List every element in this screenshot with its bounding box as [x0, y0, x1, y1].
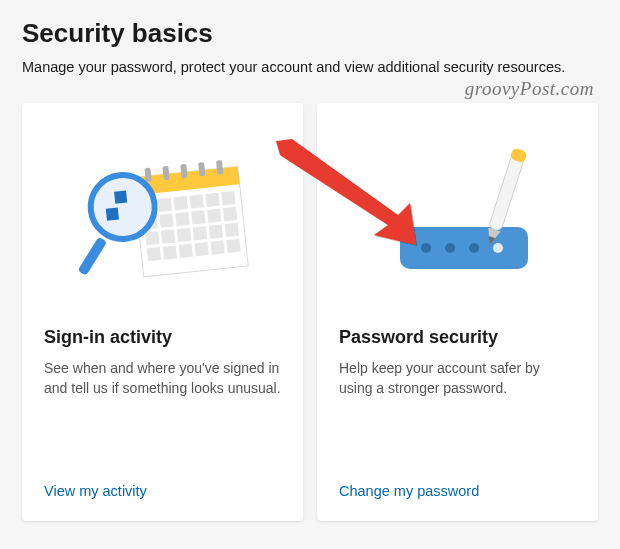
svg-rect-22: [192, 226, 206, 240]
svg-point-36: [421, 243, 431, 253]
svg-rect-12: [221, 191, 235, 205]
change-my-password-link[interactable]: Change my password: [339, 483, 576, 499]
svg-rect-40: [488, 153, 524, 231]
watermark-text: groovyPost.com: [465, 78, 594, 100]
svg-rect-17: [207, 209, 221, 223]
svg-rect-29: [210, 240, 224, 254]
svg-rect-21: [176, 228, 190, 242]
svg-rect-10: [189, 194, 203, 208]
view-my-activity-link[interactable]: View my activity: [44, 483, 281, 499]
svg-rect-25: [146, 247, 160, 261]
card-desc-password: Help keep your account safer by using a …: [339, 358, 576, 465]
card-signin-activity[interactable]: Sign-in activity See when and where you'…: [22, 103, 303, 521]
svg-rect-8: [157, 198, 171, 212]
svg-rect-15: [175, 212, 189, 226]
svg-rect-32: [77, 237, 107, 276]
page-subtitle: Manage your password, protect your accou…: [22, 59, 598, 75]
svg-rect-11: [205, 193, 219, 207]
svg-rect-35: [400, 227, 528, 269]
svg-rect-30: [226, 239, 240, 253]
svg-point-37: [445, 243, 455, 253]
card-heading-signin: Sign-in activity: [44, 327, 281, 348]
svg-rect-16: [191, 210, 205, 224]
signin-activity-illustration: [44, 125, 281, 315]
cards-row: Sign-in activity See when and where you'…: [22, 103, 598, 521]
svg-rect-28: [194, 242, 208, 256]
svg-rect-14: [159, 214, 173, 228]
svg-rect-23: [208, 224, 222, 238]
svg-point-39: [493, 243, 503, 253]
svg-rect-27: [178, 244, 192, 258]
page-title: Security basics: [22, 18, 598, 49]
svg-rect-9: [173, 196, 187, 210]
card-heading-password: Password security: [339, 327, 576, 348]
svg-rect-26: [162, 245, 176, 259]
calendar-magnifier-icon: [68, 135, 258, 305]
svg-point-38: [469, 243, 479, 253]
svg-rect-33: [114, 191, 127, 204]
svg-rect-19: [145, 231, 159, 245]
svg-point-31: [87, 172, 157, 242]
password-pen-icon: [358, 135, 558, 305]
svg-rect-34: [105, 208, 118, 221]
password-security-illustration: [339, 125, 576, 315]
svg-rect-18: [223, 207, 237, 221]
card-password-security[interactable]: Password security Help keep your account…: [317, 103, 598, 521]
card-desc-signin: See when and where you've signed in and …: [44, 358, 281, 465]
svg-rect-20: [161, 229, 175, 243]
svg-rect-24: [224, 223, 238, 237]
